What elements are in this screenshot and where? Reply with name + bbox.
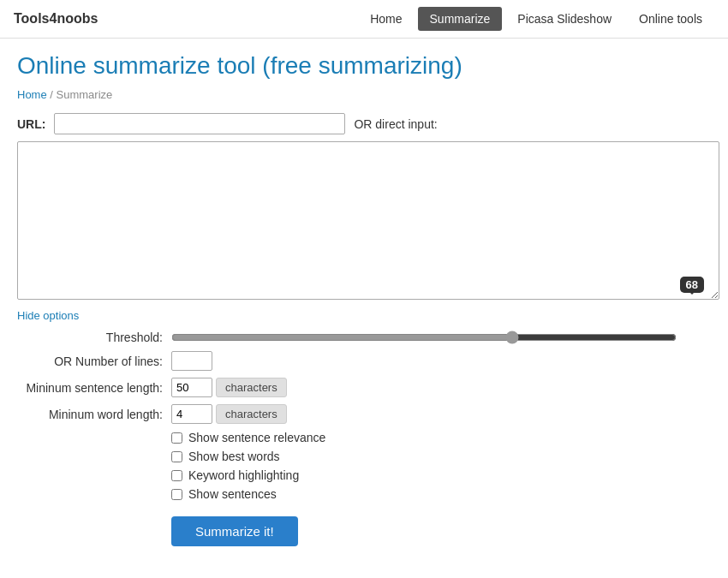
min-word-row: Mininum word length: characters [17, 404, 711, 424]
min-word-unit: characters [216, 404, 287, 424]
nav-link-online-tools[interactable]: Online tools [627, 7, 714, 31]
min-sentence-label: Mininum sentence length: [17, 381, 171, 395]
min-word-input[interactable] [171, 404, 212, 424]
url-label: URL: [17, 117, 45, 131]
options-section: Threshold: OR Number of lines: Mininum s… [17, 331, 711, 546]
checkbox-label-1: Show best words [188, 450, 280, 463]
checkbox-keyword-highlighting[interactable] [171, 470, 182, 481]
nav-link-home[interactable]: Home [358, 7, 414, 31]
checkbox-label-0: Show sentence relevance [188, 431, 325, 444]
nav-bar: Tools4noobs Home Summarize Picasa Slides… [0, 0, 728, 39]
nav-link-summarize[interactable]: Summarize [418, 7, 503, 31]
checkbox-row-1: Show best words [171, 450, 711, 463]
checkbox-show-sentences[interactable] [171, 489, 182, 500]
breadcrumb: Home / Summarize [17, 88, 711, 101]
summarize-btn-row: Summarize it! [171, 516, 711, 546]
nav-link-picasa[interactable]: Picasa Slideshow [505, 7, 624, 31]
page-content: Online summarize tool (free summarizing)… [0, 39, 728, 560]
lines-input[interactable] [171, 351, 212, 371]
page-title: Online summarize tool (free summarizing) [17, 52, 711, 80]
breadcrumb-separator: / [50, 88, 53, 101]
lines-row: OR Number of lines: [17, 351, 711, 371]
min-sentence-input[interactable] [171, 378, 212, 397]
threshold-label: Threshold: [17, 331, 171, 344]
min-word-label: Mininum word length: [17, 408, 171, 421]
site-logo: Tools4noobs [14, 11, 98, 27]
lines-label: OR Number of lines: [17, 355, 171, 368]
checkbox-row-0: Show sentence relevance [171, 431, 711, 444]
textarea-wrapper: 68 [17, 141, 719, 300]
breadcrumb-current: Summarize [57, 88, 113, 101]
hide-options-link[interactable]: Hide options [17, 309, 79, 322]
checkbox-row-2: Keyword highlighting [171, 468, 711, 482]
threshold-slider[interactable] [171, 331, 677, 344]
or-direct-label: OR direct input: [354, 117, 437, 131]
checkbox-label-3: Show sentences [188, 487, 277, 501]
nav-links: Home Summarize Picasa Slideshow Online t… [358, 7, 714, 31]
checkbox-row-3: Show sentences [171, 487, 711, 501]
direct-input-textarea[interactable] [17, 141, 719, 300]
threshold-row: Threshold: [17, 331, 711, 344]
threshold-slider-wrapper [171, 331, 677, 344]
checkbox-show-best-words[interactable] [171, 451, 182, 462]
summarize-button[interactable]: Summarize it! [171, 516, 298, 546]
min-sentence-unit: characters [216, 378, 287, 397]
checkbox-label-2: Keyword highlighting [188, 468, 299, 482]
url-row: URL: OR direct input: [17, 113, 711, 134]
url-input[interactable] [54, 113, 345, 134]
checkbox-show-sentence-relevance[interactable] [171, 432, 182, 444]
breadcrumb-home[interactable]: Home [17, 88, 47, 101]
min-sentence-row: Mininum sentence length: characters [17, 378, 711, 397]
